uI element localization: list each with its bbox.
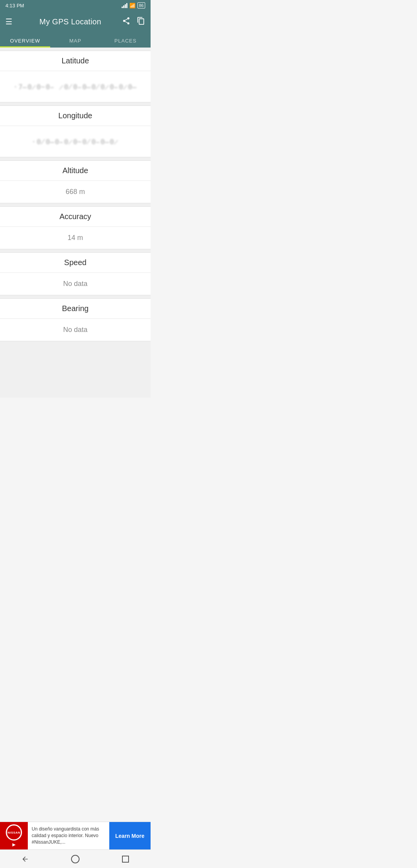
content-area: Latitude ·7̶0̷0̴0̵ ̷0̸0̵0̶0̸0̷0̵0̷0̶ Lon… [0,48,151,398]
latitude-label: Latitude [0,51,151,71]
bearing-label: Bearing [0,299,151,319]
toolbar-icons [122,17,145,27]
battery-indicator: 86 [137,2,145,9]
speed-label: Speed [0,253,151,273]
accuracy-label: Accuracy [0,207,151,227]
copy-icon[interactable] [137,17,145,27]
status-bar: 4:13 PM 📶 86 [0,0,151,11]
status-icons: 📶 86 [122,2,145,9]
longitude-value: ·0̸0̶0̵0̷0̴0̸0̵0̶0̷ [0,126,151,157]
app-title: My GPS Location [19,17,122,26]
tab-map[interactable]: MAP [50,32,100,48]
accuracy-value: 14 m [0,227,151,249]
bearing-value: No data [0,319,151,341]
share-icon[interactable] [122,17,131,27]
bearing-card: Bearing No data [0,298,151,341]
speed-value: No data [0,273,151,295]
tab-places[interactable]: PLACES [100,32,151,48]
app-bar: ☰ My GPS Location [0,11,151,32]
latitude-card: Latitude ·7̶0̷0̴0̵ ̷0̸0̵0̶0̸0̷0̵0̷0̶ [0,51,151,102]
speed-card: Speed No data [0,252,151,295]
accuracy-card: Accuracy 14 m [0,206,151,249]
longitude-label: Longitude [0,106,151,126]
altitude-value: 668 m [0,181,151,203]
hamburger-icon[interactable]: ☰ [5,17,12,26]
tab-bar: OVERVIEW MAP PLACES [0,32,151,48]
signal-icon [122,3,127,8]
longitude-card: Longitude ·0̸0̶0̵0̷0̴0̸0̵0̶0̷ [0,106,151,157]
altitude-label: Altitude [0,161,151,181]
latitude-value: ·7̶0̷0̴0̵ ̷0̸0̵0̶0̸0̷0̵0̷0̶ [0,71,151,102]
altitude-card: Altitude 668 m [0,160,151,203]
wifi-icon: 📶 [129,3,136,9]
status-time: 4:13 PM [5,3,24,9]
tab-overview[interactable]: OVERVIEW [0,32,50,48]
